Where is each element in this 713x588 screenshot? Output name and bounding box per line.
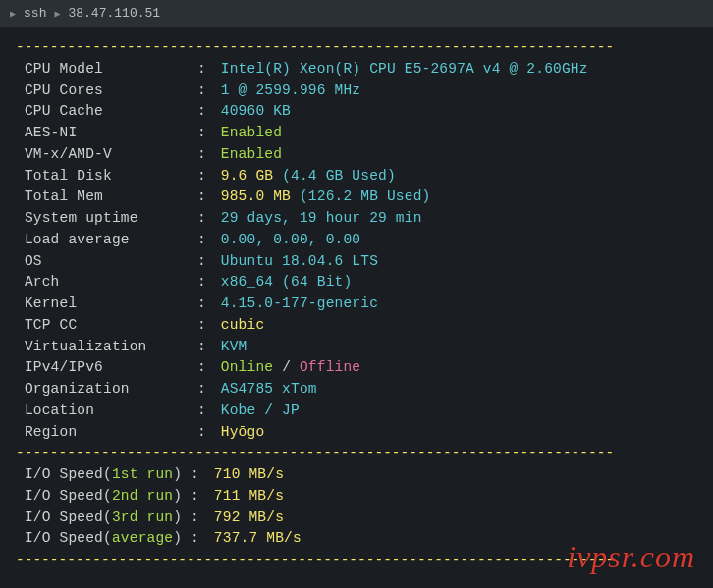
colon: :	[191, 508, 208, 529]
colon: :	[197, 272, 215, 294]
info-value: AS4785 xTom	[221, 379, 317, 401]
title-bar: ▶ ssh ▶ 38.47.110.51	[0, 0, 713, 27]
io-value: 737.7 MB/s	[214, 528, 302, 550]
colon: :	[197, 101, 215, 123]
info-value: Online	[221, 357, 273, 379]
info-row: Load average : 0.00, 0.00, 0.00	[16, 230, 697, 251]
info-value: Offline	[300, 357, 360, 379]
info-label: Location	[16, 401, 197, 422]
info-value: Hyōgo	[221, 422, 265, 444]
info-label: CPU Cores	[16, 80, 197, 102]
info-label: CPU Model	[16, 59, 197, 80]
colon: :	[191, 528, 208, 550]
colon: :	[197, 294, 215, 315]
info-value: 29 days, 19 hour 29 min	[221, 208, 422, 230]
info-row: CPU Model : Intel(R) Xeon(R) CPU E5-2697…	[16, 59, 697, 80]
info-value: Ubuntu 18.04.6 LTS	[221, 251, 378, 273]
info-row: AES-NI : Enabled	[16, 123, 697, 144]
info-value: (4.4 GB Used)	[282, 166, 396, 187]
info-label: Virtualization	[16, 337, 197, 358]
colon: :	[197, 422, 215, 444]
chevron-right-icon: ▶	[54, 7, 60, 22]
info-row: Organization : AS4785 xTom	[16, 379, 697, 401]
info-label: System uptime	[16, 208, 197, 230]
info-label: AES-NI	[16, 123, 197, 144]
info-row: OS : Ubuntu 18.04.6 LTS	[16, 251, 697, 273]
info-label: Arch	[16, 272, 197, 294]
info-label: IPv4/IPv6	[16, 357, 197, 379]
info-row: TCP CC : cubic	[16, 315, 697, 337]
info-value: 40960 KB	[221, 101, 291, 123]
info-label: Kernel	[16, 294, 197, 315]
info-row: Arch : x86_64 (64 Bit)	[16, 272, 697, 294]
info-value: /	[273, 357, 300, 379]
info-label: Region	[16, 422, 197, 444]
info-row: Total Mem : 985.0 MB (126.2 MB Used)	[16, 187, 697, 208]
info-value: 1 @ 2599.996 MHz	[221, 80, 360, 102]
title-host: 38.47.110.51	[68, 4, 160, 24]
io-row: I/O Speed(1st run) : 710 MB/s	[16, 464, 697, 486]
colon: :	[191, 464, 208, 486]
info-value: Kobe / JP	[221, 401, 300, 422]
colon: :	[197, 379, 215, 401]
info-value: cubic	[221, 315, 265, 337]
info-value: Enabled	[221, 123, 282, 144]
info-label: Total Mem	[16, 187, 197, 208]
divider-line: ----------------------------------------…	[16, 443, 697, 464]
info-row: IPv4/IPv6 : Online / Offline	[16, 357, 697, 379]
io-value: 710 MB/s	[214, 464, 284, 486]
colon: :	[197, 144, 215, 166]
colon: :	[197, 166, 215, 187]
info-row: Location : Kobe / JP	[16, 401, 697, 422]
watermark: ivpsr.com	[567, 533, 695, 580]
io-label: I/O Speed(average)	[16, 528, 191, 550]
info-value: 0.00, 0.00, 0.00	[221, 230, 360, 251]
info-row: CPU Cores : 1 @ 2599.996 MHz	[16, 80, 697, 102]
info-value: 4.15.0-177-generic	[221, 294, 378, 315]
colon: :	[197, 208, 215, 230]
io-label: I/O Speed(1st run)	[16, 464, 191, 486]
info-label: CPU Cache	[16, 101, 197, 123]
io-row: I/O Speed(3rd run) : 792 MB/s	[16, 508, 697, 529]
info-value: Intel(R) Xeon(R) CPU E5-2697A v4 @ 2.60G…	[221, 59, 588, 80]
info-row: Total Disk : 9.6 GB (4.4 GB Used)	[16, 166, 697, 187]
colon: :	[197, 401, 215, 422]
info-value: 985.0 MB	[221, 187, 300, 208]
colon: :	[197, 80, 215, 102]
info-row: Virtualization : KVM	[16, 337, 697, 358]
info-value: KVM	[221, 337, 247, 358]
info-row: System uptime : 29 days, 19 hour 29 min	[16, 208, 697, 230]
info-value: 9.6 GB	[221, 166, 282, 187]
info-row: Kernel : 4.15.0-177-generic	[16, 294, 697, 315]
colon: :	[191, 486, 208, 508]
info-value: x86_64 (64 Bit)	[221, 272, 353, 294]
info-label: TCP CC	[16, 315, 197, 337]
info-label: Organization	[16, 379, 197, 401]
colon: :	[197, 59, 215, 80]
io-value: 711 MB/s	[214, 486, 284, 508]
io-value: 792 MB/s	[214, 508, 284, 529]
divider-line: ----------------------------------------…	[16, 37, 697, 59]
info-value: (126.2 MB Used)	[300, 187, 431, 208]
io-label: I/O Speed(3rd run)	[16, 508, 191, 529]
terminal-output: ----------------------------------------…	[0, 27, 713, 571]
info-value: Enabled	[221, 144, 282, 166]
io-row: I/O Speed(2nd run) : 711 MB/s	[16, 486, 697, 508]
info-label: Load average	[16, 230, 197, 251]
io-label: I/O Speed(2nd run)	[16, 486, 191, 508]
info-row: Region : Hyōgo	[16, 422, 697, 444]
colon: :	[197, 357, 215, 379]
info-row: CPU Cache : 40960 KB	[16, 101, 697, 123]
info-row: VM-x/AMD-V : Enabled	[16, 144, 697, 166]
info-label: Total Disk	[16, 166, 197, 187]
chevron-right-icon: ▶	[10, 7, 16, 22]
colon: :	[197, 315, 215, 337]
title-ssh: ssh	[24, 4, 46, 24]
colon: :	[197, 337, 215, 358]
info-label: VM-x/AMD-V	[16, 144, 197, 166]
colon: :	[197, 123, 215, 144]
colon: :	[197, 251, 215, 273]
info-label: OS	[16, 251, 197, 273]
colon: :	[197, 230, 215, 251]
colon: :	[197, 187, 215, 208]
